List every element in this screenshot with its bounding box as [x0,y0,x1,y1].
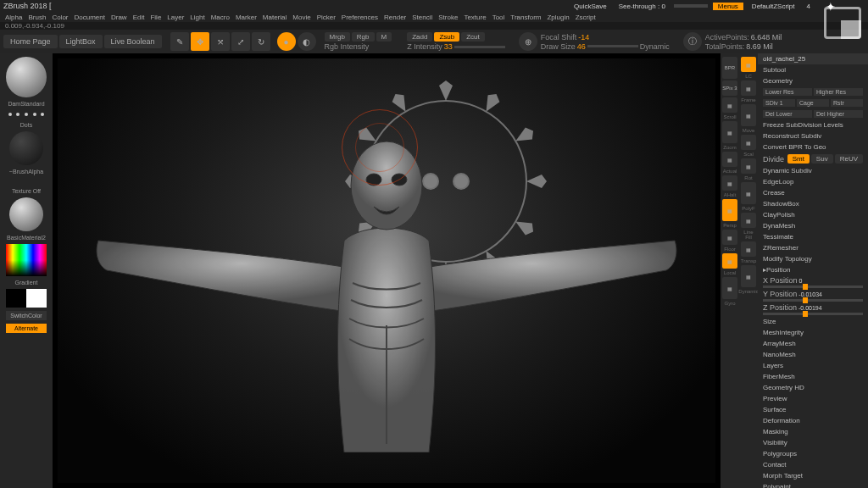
m-toggle[interactable]: M [376,32,392,42]
y-position-slider[interactable]: Y Position -0.01034 [758,289,868,302]
nav-spix-3[interactable]: SPix 3 [722,80,737,96]
panel-surface[interactable]: Surface [758,404,868,415]
panel-visibility[interactable]: Visibility [758,437,868,448]
tab-home[interactable]: Home Page [3,35,58,48]
panel-reconstruct-subdiv[interactable]: Reconstruct Subdiv [758,130,868,141]
zcut-toggle[interactable]: Zcut [461,32,485,42]
nav-scal[interactable]: ▦ [741,135,756,150]
panel-dynamesh[interactable]: DynaMesh [758,220,868,231]
panel-geometry[interactable]: Geometry [758,75,868,86]
panel-deformation[interactable]: Deformation [758,415,868,426]
nav-scroll[interactable]: ▦ [722,97,737,113]
x-position-slider[interactable]: X Position 0 [758,275,868,289]
panel-morph-target[interactable]: Morph Target [758,470,868,481]
menu-color[interactable]: Color [52,14,68,21]
menu-document[interactable]: Document [75,14,105,21]
gradient-label[interactable]: Gradient [15,280,38,286]
panel-convert-bpr-to-geo[interactable]: Convert BPR To Geo [758,141,868,152]
nav-lc[interactable]: ▦ [741,57,756,72]
mode-draw[interactable]: ✥ [191,32,209,51]
brush-swatch[interactable] [6,57,47,97]
z-intensity-value[interactable]: 33 [444,42,453,51]
nav-local[interactable]: ▦ [722,253,737,269]
draw-size-slider[interactable] [587,45,638,47]
reuv-toggle[interactable]: ReUV [835,154,863,164]
nav-move[interactable]: ▦ [741,104,756,126]
menu-marker[interactable]: Marker [236,14,257,21]
menu-stencil[interactable]: Stencil [412,14,432,21]
nav-floor[interactable]: ▦ [722,230,737,245]
panel-polygroups[interactable]: Polygroups [758,448,868,459]
panel-btn-lower-res[interactable]: Lower Res [763,88,812,96]
suv-toggle[interactable]: Suv [811,154,833,164]
divide-row[interactable]: Divide Smt Suv ReUV [758,152,868,165]
menu-render[interactable]: Render [384,14,406,21]
panel-layers[interactable]: Layers [758,360,868,371]
panel-tessimate[interactable]: Tessimate [758,231,868,242]
menu-file[interactable]: File [150,14,161,21]
nav-frame[interactable]: ▦ [741,80,756,96]
alpha-swatch[interactable] [9,131,43,165]
menu-texture[interactable]: Texture [464,14,486,21]
nav-rot[interactable]: ▦ [741,158,756,174]
material-swatch[interactable] [9,197,43,231]
zadd-toggle[interactable]: Zadd [407,32,432,42]
nav-actual[interactable]: ▦ [722,152,737,167]
menu-edit[interactable]: Edit [133,14,145,21]
draw-size-value[interactable]: 46 [577,42,586,51]
tool-name[interactable]: old_rachel_25 [758,53,868,64]
seethrough-slider[interactable] [674,4,708,8]
menu-stroke[interactable]: Stroke [438,14,458,21]
quicksave-button[interactable]: QuickSave [570,3,610,10]
position-header[interactable]: ▸Position [758,264,868,275]
nav-polyf[interactable]: ▦ [741,182,756,204]
nav-dynamic[interactable]: ▦ [741,265,756,287]
nav-zoom[interactable]: ▦ [722,121,737,143]
panel-nanomesh[interactable]: NanoMesh [758,349,868,360]
nav-transp[interactable]: ▦ [741,241,756,257]
mrgb-toggle[interactable]: Mrgb [325,32,350,42]
panel-shadowbox[interactable]: ShadowBox [758,198,868,209]
menu-preferences[interactable]: Preferences [342,14,378,21]
nav-persp[interactable]: ▦ [722,199,737,221]
panel-dynamic-subdiv[interactable]: Dynamic Subdiv [758,165,868,176]
alternate-button[interactable]: Alternate [6,324,47,333]
panel-polypaint[interactable]: Polypaint [758,481,868,488]
switchcolor-button[interactable]: SwitchColor [6,311,47,320]
sculptris-button[interactable]: ◐ [298,32,316,51]
nav-line-fill[interactable]: ▦ [741,213,756,228]
tab-liveboolean[interactable]: Live Boolean [104,35,162,48]
menu-tool[interactable]: Tool [492,14,505,21]
panel-claypolish[interactable]: ClayPolish [758,209,868,220]
gizmo-button[interactable]: ● [277,32,296,51]
menu-zplugin[interactable]: Zplugin [547,14,569,21]
panel-modify-topology[interactable]: Modify Topology [758,253,868,264]
nav-gyro[interactable]: ▦ [722,277,737,299]
panel-btn-higher-res[interactable]: Higher Res [814,88,863,96]
smt-toggle[interactable]: Smt [787,154,810,164]
panel-arraymesh[interactable]: ArrayMesh [758,338,868,349]
panel-crease[interactable]: Crease [758,187,868,198]
menu-layer[interactable]: Layer [167,14,184,21]
menu-picker[interactable]: Picker [317,14,336,21]
seethrough-label[interactable]: See-through : 0 [615,3,669,10]
panel-zremesher[interactable]: ZRemesher [758,242,868,253]
texture-label[interactable]: Texture Off [12,188,41,194]
info-icon[interactable]: ⓘ [683,32,702,51]
menus-toggle[interactable]: Menus [713,3,743,10]
mode-edit[interactable]: ✎ [170,32,189,51]
panel-contact[interactable]: Contact [758,459,868,470]
z-position-slider[interactable]: Z Position -0.00194 [758,302,868,316]
mode-move[interactable]: ⤧ [211,32,230,51]
panel-masking[interactable]: Masking [758,426,868,437]
menu-zscript[interactable]: Zscript [576,14,596,21]
panel-btn-rstr[interactable]: Rstr [831,99,863,107]
focal-shift-value[interactable]: -14 [578,33,589,42]
panel-btn-del-lower[interactable]: Del Lower [763,110,812,118]
mode-rotate[interactable]: ↻ [252,32,270,51]
color-picker[interactable] [6,244,47,276]
panel-geometry-hd[interactable]: Geometry HD [758,382,868,393]
menu-draw[interactable]: Draw [111,14,127,21]
panel-meshintegrity[interactable]: MeshIntegrity [758,327,868,338]
dynamic-label[interactable]: Dynamic [640,42,670,51]
